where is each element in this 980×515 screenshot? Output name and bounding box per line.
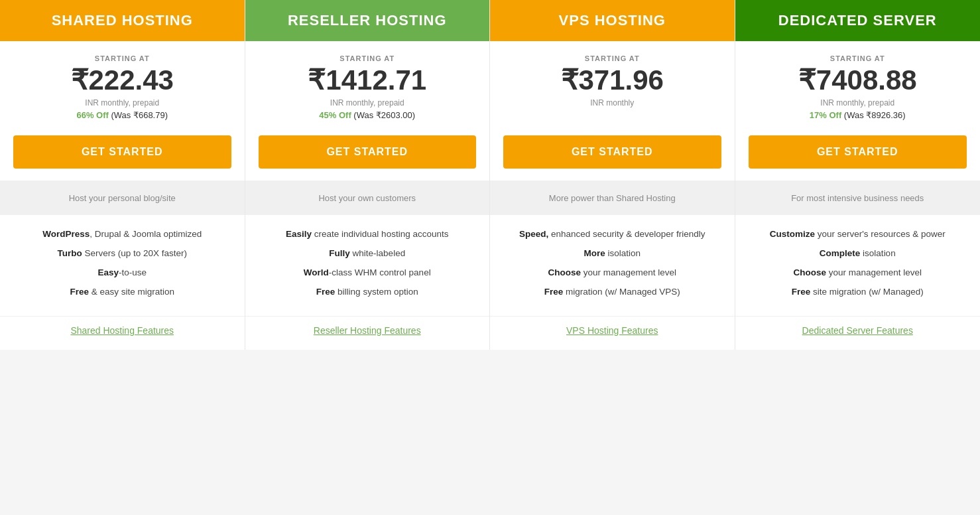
plan-cta-reseller: GET STARTED [245, 127, 490, 181]
price-dedicated: ₹7408.88 [798, 65, 917, 96]
pricing-grid: SHARED HOSTINGSTARTING AT₹222.43INR mont… [0, 0, 980, 350]
plan-tagline-dedicated: For most intensive business needs [735, 181, 981, 215]
plan-features-dedicated: Customize your server's resources & powe… [735, 215, 981, 316]
get-started-button-shared[interactable]: GET STARTED [13, 135, 231, 169]
price-note-dedicated: INR monthly, prepaid [820, 98, 894, 108]
discount-pct-reseller: 45% Off [319, 110, 351, 120]
features-link-shared[interactable]: Shared Hosting Features [70, 325, 174, 336]
features-link-dedicated[interactable]: Dedicated Server Features [802, 325, 913, 336]
plan-header-vps: VPS HOSTING [490, 0, 735, 41]
discount-dedicated: 17% Off (Was ₹8926.36) [810, 110, 906, 120]
feature-item-reseller-3: Free billing system option [259, 286, 477, 299]
feature-item-vps-1: More isolation [503, 248, 721, 260]
price-note-shared: INR monthly, prepaid [85, 98, 159, 108]
plan-tagline-shared: Host your personal blog/site [0, 181, 245, 215]
plan-cta-vps: GET STARTED [490, 127, 735, 181]
feature-item-dedicated-1: Complete isolation [749, 248, 967, 260]
plan-cta-dedicated: GET STARTED [735, 127, 981, 181]
features-link-reseller[interactable]: Reseller Hosting Features [314, 325, 421, 336]
price-shared: ₹222.43 [71, 65, 174, 96]
plan-pricing-shared: STARTING AT₹222.43INR monthly, prepaid66… [0, 41, 245, 127]
discount-pct-shared: 66% Off [76, 110, 108, 120]
price-note-reseller: INR monthly, prepaid [330, 98, 404, 108]
plan-header-shared: SHARED HOSTING [0, 0, 245, 41]
get-started-button-dedicated[interactable]: GET STARTED [749, 135, 967, 169]
plan-features-shared: WordPress, Drupal & Joomla optimizedTurb… [0, 215, 245, 316]
feature-item-reseller-1: Fully white-labeled [259, 248, 477, 260]
feature-item-vps-0: Speed, enhanced security & developer fri… [503, 228, 721, 241]
price-reseller: ₹1412.71 [308, 65, 426, 96]
plan-footer-shared: Shared Hosting Features [0, 316, 245, 350]
get-started-button-vps[interactable]: GET STARTED [503, 135, 721, 169]
plan-features-reseller: Easily create individual hosting account… [245, 215, 490, 316]
plan-header-dedicated: DEDICATED SERVER [735, 0, 981, 41]
starting-at-label-vps: STARTING AT [585, 54, 640, 62]
plan-pricing-vps: STARTING AT₹371.96INR monthly [490, 41, 735, 127]
plan-footer-dedicated: Dedicated Server Features [735, 316, 981, 350]
feature-item-shared-3: Free & easy site migration [13, 286, 231, 299]
plan-col-reseller: RESELLER HOSTINGSTARTING AT₹1412.71INR m… [245, 0, 491, 350]
plan-pricing-dedicated: STARTING AT₹7408.88INR monthly, prepaid1… [735, 41, 981, 127]
feature-item-vps-3: Free migration (w/ Managed VPS) [503, 286, 721, 299]
feature-item-shared-0: WordPress, Drupal & Joomla optimized [13, 228, 231, 241]
features-link-vps[interactable]: VPS Hosting Features [566, 325, 658, 336]
discount-shared: 66% Off (Was ₹668.79) [76, 110, 168, 120]
plan-col-vps: VPS HOSTINGSTARTING AT₹371.96INR monthly… [490, 0, 735, 350]
plan-col-shared: SHARED HOSTINGSTARTING AT₹222.43INR mont… [0, 0, 245, 350]
starting-at-label-reseller: STARTING AT [339, 54, 395, 62]
plan-pricing-reseller: STARTING AT₹1412.71INR monthly, prepaid4… [245, 41, 490, 127]
discount-reseller: 45% Off (Was ₹2603.00) [319, 110, 415, 120]
feature-item-dedicated-3: Free site migration (w/ Managed) [749, 286, 967, 299]
feature-item-shared-2: Easy-to-use [13, 267, 231, 279]
feature-item-reseller-2: World-class WHM control panel [259, 267, 477, 279]
feature-item-dedicated-0: Customize your server's resources & powe… [749, 228, 967, 241]
price-vps: ₹371.96 [561, 65, 664, 96]
get-started-button-reseller[interactable]: GET STARTED [259, 135, 477, 169]
feature-item-vps-2: Choose your management level [503, 267, 721, 279]
plan-tagline-reseller: Host your own customers [245, 181, 490, 215]
starting-at-label-shared: STARTING AT [95, 54, 150, 62]
discount-pct-dedicated: 17% Off [810, 110, 841, 120]
starting-at-label-dedicated: STARTING AT [830, 54, 885, 62]
plan-footer-reseller: Reseller Hosting Features [245, 316, 490, 350]
plan-footer-vps: VPS Hosting Features [490, 316, 735, 350]
plan-header-reseller: RESELLER HOSTING [245, 0, 490, 41]
plan-cta-shared: GET STARTED [0, 127, 245, 181]
feature-item-reseller-0: Easily create individual hosting account… [259, 228, 477, 241]
plan-col-dedicated: DEDICATED SERVERSTARTING AT₹7408.88INR m… [735, 0, 981, 350]
feature-item-shared-1: Turbo Servers (up to 20X faster) [13, 248, 231, 260]
plan-tagline-vps: More power than Shared Hosting [490, 181, 735, 215]
plan-features-vps: Speed, enhanced security & developer fri… [490, 215, 735, 316]
price-note-vps: INR monthly [590, 98, 634, 108]
feature-item-dedicated-2: Choose your management level [749, 267, 967, 279]
